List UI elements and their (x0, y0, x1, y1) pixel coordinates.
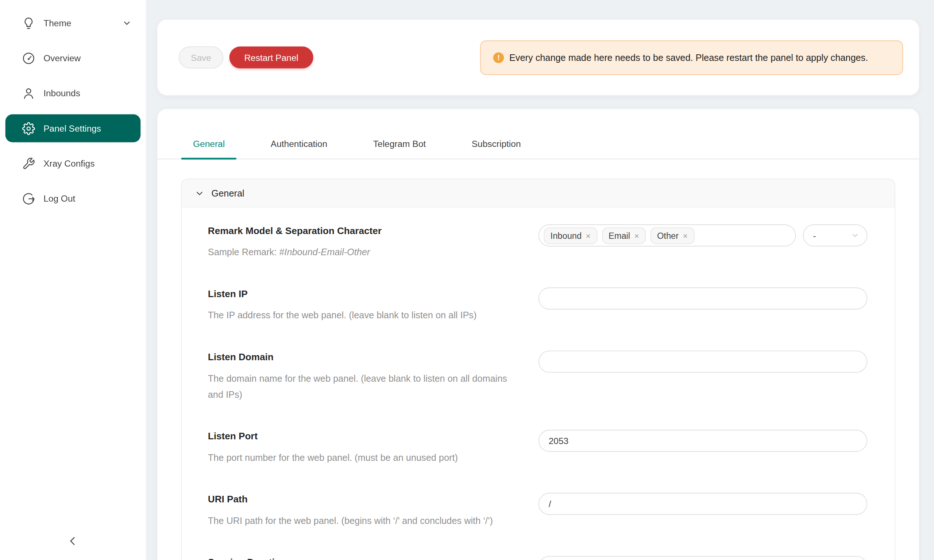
field-control (538, 556, 867, 560)
sample-remark-prefix: Sample Remark: (208, 247, 279, 257)
sidebar-item-label: Overview (43, 54, 81, 62)
form-row-uri-path: URI Path The URI path for the web panel.… (208, 493, 867, 529)
alert-message: Every change made here needs to be saved… (509, 49, 868, 65)
field-info: Remark Model & Separation Character Samp… (208, 225, 538, 260)
action-bar: Save Restart Panel ! Every change made h… (157, 20, 919, 95)
uri-path-input[interactable] (538, 493, 867, 515)
field-label: Session Duration (208, 557, 521, 560)
chevron-down-icon (122, 18, 132, 28)
sidebar-item-log-out[interactable]: Log Out (5, 185, 141, 212)
wrench-icon (22, 157, 35, 170)
form-row-remark-model: Remark Model & Separation Character Samp… (208, 225, 867, 260)
tab-telegram-bot[interactable]: Telegram Bot (361, 138, 438, 158)
remove-tag-icon[interactable]: × (683, 231, 688, 240)
settings-tabs: General Authentication Telegram Bot Subs… (157, 109, 919, 160)
sidebar-item-overview[interactable]: Overview (5, 44, 141, 72)
tag-label: Inbound (550, 231, 582, 240)
listen-domain-input[interactable] (538, 351, 867, 372)
restart-warning-alert: ! Every change made here needs to be sav… (480, 40, 903, 75)
app-root: Theme Overview Inbounds (0, 0, 934, 560)
field-label: Listen Port (208, 430, 521, 442)
field-description: Sample Remark: #Inbound-Email-Other (208, 244, 521, 260)
selected-separator: - (813, 231, 816, 241)
field-label: Listen Domain (208, 351, 521, 363)
tag-other: Other × (650, 227, 694, 244)
sidebar-item-label: Theme (43, 18, 71, 27)
tag-label: Email (609, 231, 630, 240)
field-description: The domain name for the web panel. (leav… (208, 371, 521, 403)
sidebar-item-theme[interactable]: Theme (5, 9, 141, 37)
field-control: Inbound × Email × Other × (538, 225, 867, 246)
settings-card: General Authentication Telegram Bot Subs… (157, 109, 919, 560)
field-info: Session Duration The duration for which … (208, 556, 538, 560)
field-control (538, 351, 867, 372)
logout-icon (22, 192, 35, 205)
remark-model-multiselect[interactable]: Inbound × Email × Other × (538, 225, 796, 246)
general-collapse-header[interactable]: General (182, 179, 895, 208)
user-icon (22, 87, 35, 100)
sidebar: Theme Overview Inbounds (0, 0, 146, 560)
form-row-listen-ip: Listen IP The IP address for the web pan… (208, 288, 867, 323)
field-info: Listen Port The port number for the web … (208, 430, 538, 466)
sidebar-collapse-button[interactable] (62, 532, 83, 551)
restart-panel-button[interactable]: Restart Panel (230, 46, 313, 68)
session-duration-input[interactable] (538, 556, 867, 560)
tab-authentication[interactable]: Authentication (259, 138, 339, 158)
tab-subscription[interactable]: Subscription (460, 138, 533, 158)
sidebar-item-label: Inbounds (43, 89, 80, 97)
field-control (538, 288, 867, 309)
field-description: The URI path for the web panel. (begins … (208, 512, 521, 529)
field-description: The IP address for the web panel. (leave… (208, 307, 521, 323)
save-button[interactable]: Save (179, 46, 223, 68)
field-description: The port number for the web panel. (must… (208, 449, 521, 466)
field-label: URI Path (208, 493, 521, 505)
listen-ip-input[interactable] (538, 288, 867, 309)
separation-character-select[interactable]: - (803, 225, 867, 246)
sidebar-item-label: Log Out (43, 194, 75, 203)
field-info: URI Path The URI path for the web panel.… (208, 493, 538, 529)
sidebar-item-panel-settings[interactable]: Panel Settings (5, 114, 141, 142)
chevron-down-icon (851, 232, 859, 239)
content-area: Save Restart Panel ! Every change made h… (146, 0, 934, 560)
listen-port-input[interactable] (538, 430, 867, 452)
field-label: Listen IP (208, 288, 521, 300)
tab-general[interactable]: General (181, 138, 236, 158)
chevron-left-icon (67, 535, 79, 547)
sidebar-item-label: Panel Settings (43, 124, 101, 133)
sample-remark-value: #Inbound-Email-Other (279, 247, 370, 257)
field-control (538, 493, 867, 515)
sidebar-item-label: Xray Configs (43, 159, 94, 168)
gauge-icon (22, 51, 35, 65)
tag-inbound: Inbound × (544, 227, 597, 244)
sidebar-item-inbounds[interactable]: Inbounds (5, 79, 141, 107)
remove-tag-icon[interactable]: × (586, 231, 591, 240)
field-info: Listen Domain The domain name for the we… (208, 351, 538, 403)
tag-email: Email × (602, 227, 646, 244)
collapse-panel-title: General (212, 188, 244, 198)
form-row-listen-port: Listen Port The port number for the web … (208, 430, 867, 466)
lightbulb-icon (22, 16, 35, 29)
field-label: Remark Model & Separation Character (208, 225, 521, 237)
field-info: Listen IP The IP address for the web pan… (208, 288, 538, 323)
general-collapse-panel: General Remark Model & Separation Charac… (181, 178, 895, 560)
sidebar-item-xray-configs[interactable]: Xray Configs (5, 149, 141, 178)
form-row-listen-domain: Listen Domain The domain name for the we… (208, 351, 867, 403)
gear-icon (22, 122, 35, 135)
remove-tag-icon[interactable]: × (635, 231, 639, 240)
warning-icon: ! (493, 52, 504, 63)
chevron-down-icon (196, 189, 204, 197)
form-row-session-duration: Session Duration The duration for which … (208, 556, 867, 560)
field-control (538, 430, 867, 452)
general-form: Remark Model & Separation Character Samp… (182, 208, 895, 560)
tag-label: Other (657, 231, 679, 240)
